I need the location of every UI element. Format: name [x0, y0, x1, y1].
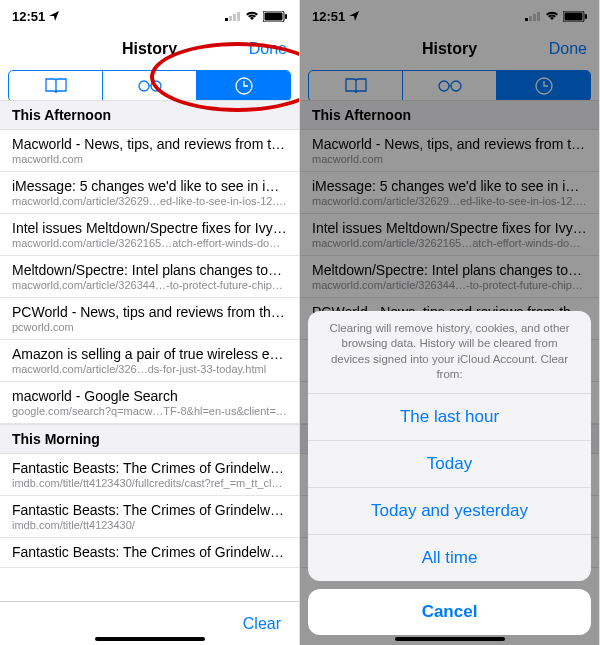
history-row-url: macworld.com: [12, 153, 287, 165]
svg-point-7: [139, 81, 149, 91]
clear-today[interactable]: Today: [308, 441, 591, 488]
svg-rect-6: [285, 14, 287, 19]
home-indicator: [95, 637, 205, 641]
history-row-title: Fantastic Beasts: The Crimes of Grindelw…: [12, 502, 287, 518]
svg-rect-2: [233, 14, 236, 21]
history-row-title: PCWorld - News, tips and reviews from th…: [12, 304, 287, 320]
bookmarks-tabs: [8, 70, 291, 102]
navbar: History Done: [0, 32, 299, 66]
history-row-title: iMessage: 5 changes we'd like to see in …: [12, 178, 287, 194]
action-sheet: Clearing will remove history, cookies, a…: [308, 311, 591, 635]
history-row-title: Intel issues Meltdown/Spectre fixes for …: [12, 220, 287, 236]
tab-bookmarks[interactable]: [9, 71, 103, 101]
history-row-url: macworld.com/article/326344…-to-protect-…: [12, 279, 287, 291]
action-sheet-message: Clearing will remove history, cookies, a…: [308, 311, 591, 394]
history-row[interactable]: Fantastic Beasts: The Crimes of Grindelw…: [0, 454, 299, 496]
tab-history[interactable]: [197, 71, 290, 101]
cancel-button[interactable]: Cancel: [308, 589, 591, 635]
history-row-url: google.com/search?q=macw…TF-8&hl=en-us&c…: [12, 405, 287, 417]
svg-rect-1: [229, 16, 232, 21]
history-row[interactable]: Fantastic Beasts: The Crimes of Grindelw…: [0, 496, 299, 538]
history-row[interactable]: Meltdown/Spectre: Intel plans changes to…: [0, 256, 299, 298]
history-row-title: Fantastic Beasts: The Crimes of Grindelw…: [12, 544, 287, 560]
history-row[interactable]: macworld - Google Searchgoogle.com/searc…: [0, 382, 299, 424]
history-row-url: macworld.com/article/32629…ed-like-to-se…: [12, 195, 287, 207]
history-row[interactable]: Fantastic Beasts: The Crimes of Grindelw…: [0, 538, 299, 568]
history-row-title: Macworld - News, tips, and reviews from …: [12, 136, 287, 152]
history-list[interactable]: This AfternoonMacworld - News, tips, and…: [0, 100, 299, 601]
clear-all-time[interactable]: All time: [308, 535, 591, 581]
wifi-icon: [245, 11, 259, 21]
history-row[interactable]: iMessage: 5 changes we'd like to see in …: [0, 172, 299, 214]
clear-today-yesterday[interactable]: Today and yesterday: [308, 488, 591, 535]
svg-rect-5: [265, 12, 283, 20]
history-row-url: imdb.com/title/tt4123430/fullcredits/cas…: [12, 477, 287, 489]
history-row-title: Fantastic Beasts: The Crimes of Grindelw…: [12, 460, 287, 476]
history-row-url: imdb.com/title/tt4123430/: [12, 519, 287, 531]
clear-last-hour[interactable]: The last hour: [308, 394, 591, 441]
history-row[interactable]: Amazon is selling a pair of true wireles…: [0, 340, 299, 382]
history-row[interactable]: Intel issues Meltdown/Spectre fixes for …: [0, 214, 299, 256]
history-row-title: Amazon is selling a pair of true wireles…: [12, 346, 287, 362]
history-row-url: macworld.com/article/326…ds-for-just-33-…: [12, 363, 287, 375]
svg-rect-3: [237, 12, 240, 21]
phone-left: 12:51 History Done: [0, 0, 300, 645]
clear-button[interactable]: Clear: [243, 615, 281, 633]
history-row[interactable]: PCWorld - News, tips and reviews from th…: [0, 298, 299, 340]
section-header: This Afternoon: [0, 100, 299, 130]
tab-reading-list[interactable]: [103, 71, 197, 101]
page-title: History: [122, 40, 177, 58]
phone-right: 12:51 History Done: [300, 0, 600, 645]
signal-icon: [225, 11, 241, 21]
history-row-title: macworld - Google Search: [12, 388, 287, 404]
status-bar: 12:51: [0, 0, 299, 32]
history-row-url: macworld.com/article/3262165…atch-effort…: [12, 237, 287, 249]
history-row-title: Meltdown/Spectre: Intel plans changes to…: [12, 262, 287, 278]
home-indicator: [395, 637, 505, 641]
history-row-url: pcworld.com: [12, 321, 287, 333]
status-time: 12:51: [12, 9, 45, 24]
section-header: This Morning: [0, 424, 299, 454]
svg-point-8: [151, 81, 161, 91]
location-icon: [49, 11, 59, 21]
done-button[interactable]: Done: [249, 40, 287, 58]
battery-icon: [263, 11, 287, 22]
svg-rect-0: [225, 18, 228, 21]
history-row[interactable]: Macworld - News, tips, and reviews from …: [0, 130, 299, 172]
